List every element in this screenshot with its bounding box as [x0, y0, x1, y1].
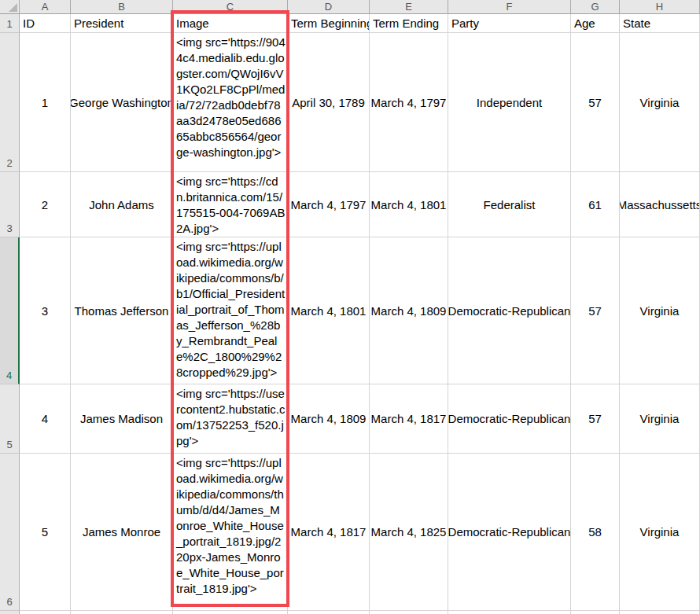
table-row-2: 2 1 George Washington <img src='https://…: [0, 33, 700, 172]
cell-A1[interactable]: ID: [20, 14, 71, 33]
cell-H4[interactable]: Virginia: [620, 237, 700, 384]
column-header-G[interactable]: G: [571, 0, 620, 14]
cell-D4[interactable]: March 4, 1801: [288, 237, 370, 384]
cell-E6[interactable]: March 4, 1825: [370, 454, 448, 611]
cell-H2[interactable]: Virginia: [620, 33, 700, 172]
cell-E7[interactable]: [370, 611, 448, 614]
cell-B5[interactable]: James Madison: [71, 384, 173, 454]
cell-C5[interactable]: <img src='https://usercontent2.hubstatic…: [173, 384, 288, 454]
cell-E2[interactable]: March 4, 1797: [370, 33, 448, 172]
column-header-E[interactable]: E: [370, 0, 448, 14]
cell-B7[interactable]: [71, 611, 173, 614]
cell-F7[interactable]: [448, 611, 571, 614]
cell-F5[interactable]: Democratic-Republican: [448, 384, 571, 454]
row-header-6[interactable]: 6: [0, 454, 20, 611]
cell-H6[interactable]: Virginia: [620, 454, 700, 611]
select-all-corner[interactable]: [0, 0, 20, 14]
cell-B1[interactable]: President: [71, 14, 173, 33]
column-header-A[interactable]: A: [20, 0, 71, 14]
cell-D6[interactable]: March 4, 1817: [288, 454, 370, 611]
cell-C2[interactable]: <img src='https://9044c4.medialib.edu.gl…: [173, 33, 288, 172]
row-header-2[interactable]: 2: [0, 33, 20, 172]
cell-G7[interactable]: [571, 611, 620, 614]
cell-F2[interactable]: Independent: [448, 33, 571, 172]
cell-E5[interactable]: March 4, 1817: [370, 384, 448, 454]
column-header-D[interactable]: D: [288, 0, 370, 14]
row-header-3[interactable]: 3: [0, 172, 20, 237]
cell-H1[interactable]: State: [620, 14, 700, 33]
row-header-4-active[interactable]: 4: [0, 237, 20, 384]
cell-B6[interactable]: James Monroe: [71, 454, 173, 611]
spreadsheet-grid: A B C D E F G H 1 ID President Image Ter…: [0, 0, 700, 614]
column-header-H[interactable]: H: [620, 0, 700, 14]
column-header-B[interactable]: B: [71, 0, 173, 14]
cell-D2[interactable]: April 30, 1789: [288, 33, 370, 172]
table-row-6: 6 5 James Monroe <img src='https://uploa…: [0, 454, 700, 611]
cell-G3[interactable]: 61: [571, 172, 620, 237]
cell-H7[interactable]: [620, 611, 700, 614]
cell-E1[interactable]: Term Ending: [370, 14, 448, 33]
column-header-C[interactable]: C: [173, 0, 288, 14]
cell-A6[interactable]: 5: [20, 454, 71, 611]
cell-C3[interactable]: <img src='https://cdn.britannica.com/15/…: [173, 172, 288, 237]
cell-H5[interactable]: Virginia: [620, 384, 700, 454]
cell-B2[interactable]: George Washington: [71, 33, 173, 172]
cell-A5[interactable]: 4: [20, 384, 71, 454]
table-row-5: 5 4 James Madison <img src='https://user…: [0, 384, 700, 454]
row-header-1[interactable]: 1: [0, 14, 20, 33]
cell-F4[interactable]: Democratic-Republican: [448, 237, 571, 384]
cell-F1[interactable]: Party: [448, 14, 571, 33]
row-header-7[interactable]: [0, 611, 20, 614]
select-all-triangle-icon: [9, 3, 17, 12]
cell-F6[interactable]: Democratic-Republican: [448, 454, 571, 611]
cell-F3[interactable]: Federalist: [448, 172, 571, 237]
column-header-F[interactable]: F: [448, 0, 571, 14]
cell-E3[interactable]: March 4, 1801: [370, 172, 448, 237]
table-row-1: 1 ID President Image Term Beginning Term…: [0, 14, 700, 33]
cell-A4[interactable]: 3: [20, 237, 71, 384]
row-header-5[interactable]: 5: [0, 384, 20, 454]
cell-G4[interactable]: 57: [571, 237, 620, 384]
cell-G5[interactable]: 57: [571, 384, 620, 454]
cell-A7[interactable]: [20, 611, 71, 614]
cell-E4[interactable]: March 4, 1809: [370, 237, 448, 384]
cell-D5[interactable]: March 4, 1809: [288, 384, 370, 454]
cell-A3[interactable]: 2: [20, 172, 71, 237]
cell-D7[interactable]: [288, 611, 370, 614]
cell-G1[interactable]: Age: [571, 14, 620, 33]
cell-C6[interactable]: <img src='https://upload.wikimedia.org/w…: [173, 454, 288, 611]
table-row-7-partial: [0, 611, 700, 614]
cell-B3[interactable]: John Adams: [71, 172, 173, 237]
table-row-4: 4 3 Thomas Jefferson <img src='https://u…: [0, 237, 700, 384]
cell-D1[interactable]: Term Beginning: [288, 14, 370, 33]
cell-G6[interactable]: 58: [571, 454, 620, 611]
cell-G2[interactable]: 57: [571, 33, 620, 172]
cell-C7[interactable]: [173, 611, 288, 614]
table-row-3: 3 2 John Adams <img src='https://cdn.bri…: [0, 172, 700, 237]
cell-H3[interactable]: Massachussetts: [620, 172, 700, 237]
cell-B4[interactable]: Thomas Jefferson: [71, 237, 173, 384]
cell-C1[interactable]: Image: [173, 14, 288, 33]
cell-C4[interactable]: <img src='https://upload.wikimedia.org/w…: [173, 237, 288, 384]
cell-D3[interactable]: March 4, 1797: [288, 172, 370, 237]
column-header-strip: A B C D E F G H: [0, 0, 700, 14]
cell-A2[interactable]: 1: [20, 33, 71, 172]
